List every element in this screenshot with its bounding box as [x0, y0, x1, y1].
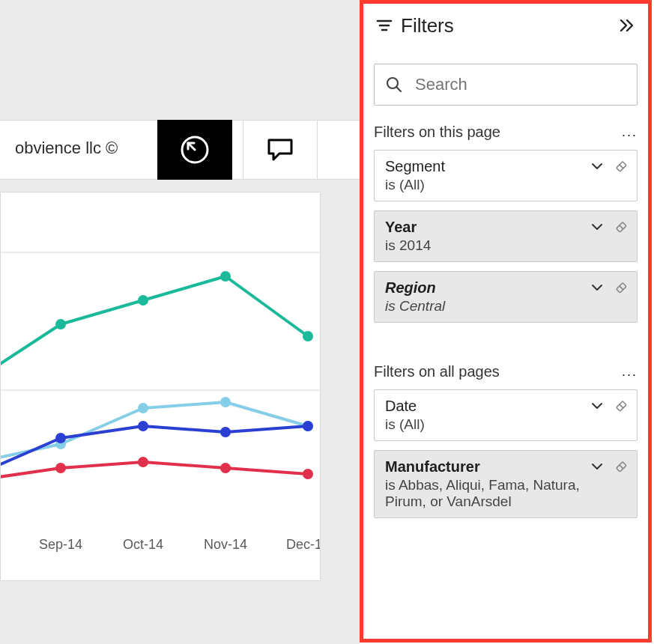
filter-card-value: is (All) [385, 416, 601, 433]
svg-point-12 [220, 397, 231, 407]
svg-text:Oct-14: Oct-14 [123, 537, 163, 552]
svg-line-39 [620, 286, 623, 290]
svg-line-43 [620, 465, 623, 469]
filters-search[interactable] [374, 64, 638, 106]
collapse-icon [618, 16, 636, 34]
svg-line-35 [620, 165, 623, 168]
filters-section-head: Filters on this page... [363, 124, 648, 141]
filter-card-value: is 2014 [385, 237, 601, 254]
chevron-down-icon[interactable] [590, 281, 604, 297]
filter-card-name: Segment [385, 158, 601, 175]
erase-icon[interactable] [614, 460, 628, 473]
chevron-down-icon[interactable] [590, 460, 604, 476]
erase-icon[interactable] [614, 160, 628, 173]
svg-point-11 [138, 403, 148, 413]
svg-point-17 [220, 427, 231, 437]
svg-point-8 [303, 331, 313, 341]
brand-arrow-button[interactable] [157, 120, 232, 180]
svg-point-22 [220, 463, 231, 473]
filters-header: Filters [363, 4, 648, 47]
filters-section-head: Filters on all pages... [363, 363, 648, 380]
canvas-top-strip [0, 0, 360, 120]
erase-icon[interactable] [614, 399, 628, 413]
filter-card[interactable]: Dateis (All) [374, 389, 638, 441]
chevron-down-icon[interactable] [590, 220, 604, 237]
filters-collapse-button[interactable] [618, 16, 636, 34]
filter-card-value: is (All) [385, 177, 601, 193]
erase-icon[interactable] [614, 281, 628, 294]
svg-point-7 [220, 271, 231, 282]
svg-line-41 [620, 404, 623, 408]
filter-card-value: is Central [385, 298, 601, 315]
filters-section-more[interactable]: ... [622, 364, 638, 380]
svg-point-23 [303, 469, 313, 479]
chart-card[interactable]: Aug-14Sep-14Oct-14Nov-14Dec-14 [0, 192, 321, 581]
filters-section-title: Filters on all pages [374, 363, 622, 380]
svg-point-16 [138, 421, 148, 431]
svg-point-5 [55, 319, 66, 329]
filters-panel: Filters Filters on this page...Segmentis… [363, 4, 648, 639]
filter-card-value: is Abbas, Aliqui, Fama, Natura, Pirum, o… [385, 477, 601, 510]
svg-point-15 [55, 433, 66, 443]
filter-card[interactable]: Segmentis (All) [374, 150, 638, 201]
filter-card[interactable]: Manufactureris Abbas, Aliqui, Fama, Natu… [374, 450, 638, 518]
svg-point-20 [55, 463, 66, 473]
filter-card-name: Region [385, 279, 601, 297]
brand-comment-button[interactable] [243, 120, 318, 180]
svg-line-33 [396, 87, 401, 91]
filters-section-more[interactable]: ... [622, 124, 638, 140]
svg-text:Sep-14: Sep-14 [39, 537, 82, 552]
filter-card[interactable]: Regionis Central [374, 271, 638, 323]
filter-card[interactable]: Yearis 2014 [374, 210, 638, 262]
svg-point-6 [138, 295, 148, 306]
filter-card-name: Date [385, 398, 601, 415]
chevron-down-icon[interactable] [590, 399, 604, 416]
filter-card-name: Manufacturer [385, 458, 601, 476]
svg-line-37 [620, 225, 623, 229]
chevron-down-icon[interactable] [590, 160, 604, 176]
arrow-icon [178, 133, 211, 166]
svg-point-18 [303, 421, 313, 431]
filters-section-title: Filters on this page [374, 124, 622, 141]
line-chart: Aug-14Sep-14Oct-14Nov-14Dec-14 [0, 192, 321, 581]
filter-card-name: Year [385, 219, 601, 236]
svg-text:Nov-14: Nov-14 [204, 537, 247, 552]
erase-icon[interactable] [614, 220, 628, 234]
svg-text:Dec-14: Dec-14 [286, 537, 321, 552]
filters-search-input[interactable] [414, 74, 626, 95]
search-icon [385, 76, 403, 94]
svg-point-21 [138, 457, 148, 467]
filters-title: Filters [401, 14, 618, 37]
brand-label: obvience llc © [15, 139, 118, 158]
comment-icon [265, 135, 295, 165]
filter-icon [375, 16, 393, 34]
